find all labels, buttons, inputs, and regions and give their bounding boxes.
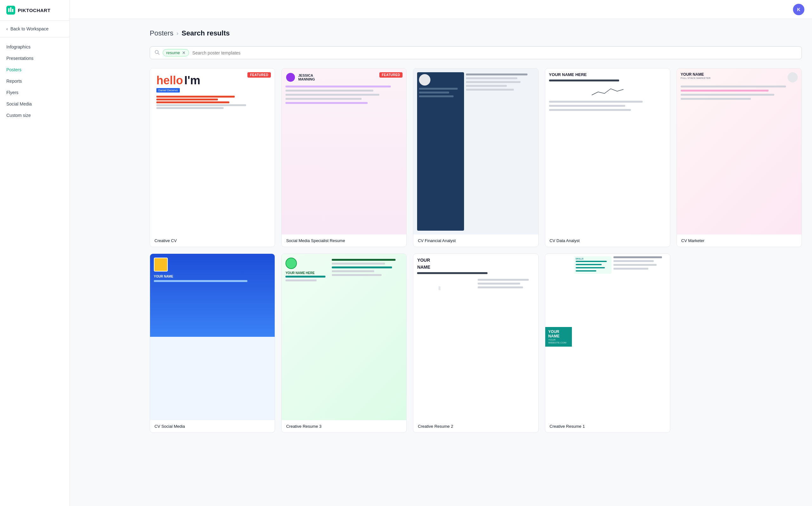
template-card-marketer[interactable]: YOUR NAME FULL STACK MARKETER CV Markete… xyxy=(677,68,802,247)
template-card-creative-cv[interactable]: FEATURED hello I'm Daniel Decervo xyxy=(150,68,275,247)
thumb-skills-label: SKILLS xyxy=(576,258,610,260)
svg-point-7 xyxy=(439,281,454,290)
thumb-avatar3 xyxy=(285,258,297,269)
topbar: K xyxy=(70,0,812,19)
content-wrapper: K Posters › Search results resume ✕ xyxy=(140,0,812,506)
thumb-content: hello I'm Daniel Decervo xyxy=(152,71,272,232)
thumb-lines xyxy=(156,96,268,110)
search-bar: resume ✕ xyxy=(150,46,802,59)
breadcrumb-separator: › xyxy=(177,30,179,37)
thumb-website: YOUR WEBSITE.COM xyxy=(548,338,569,344)
sidebar-item-flyers[interactable]: Flyers xyxy=(0,87,69,98)
breadcrumb-parent[interactable]: Posters xyxy=(150,29,174,37)
sidebar-item-social-media[interactable]: Social Media xyxy=(0,98,69,110)
thumb-name2: MANNING xyxy=(298,77,315,81)
template-thumb-creative2: YOUR NAME xyxy=(413,254,538,420)
thumb-yourname2: YOUR NAME xyxy=(681,72,710,77)
template-card-financial-analyst[interactable]: CV Financial Analyst xyxy=(413,68,538,247)
template-card-social-media-specialist[interactable]: FEATURED JESSICA MANNING xyxy=(281,68,407,247)
template-label-cvsocial: CV Social Media xyxy=(150,420,275,432)
sidebar: PIKTOCHART ‹ Back to Workspace Infograph… xyxy=(0,0,70,506)
thumb-name: JESSICA xyxy=(298,74,315,77)
template-label-creative1: Creative Resume 1 xyxy=(545,420,670,432)
avatar-circle xyxy=(285,72,295,82)
thumb-skills: SKILLS xyxy=(574,256,612,274)
thumb-gauge xyxy=(417,279,476,290)
thumb-photo xyxy=(154,258,168,271)
template-thumb-marketer: YOUR NAME FULL STACK MARKETER xyxy=(677,69,802,235)
template-thumb-creative1: YOUR NAME YOUR WEBSITE.COM SKILLS xyxy=(545,254,670,420)
svg-rect-3 xyxy=(12,9,13,12)
search-input[interactable] xyxy=(192,51,797,56)
breadcrumb-current: Search results xyxy=(182,29,230,37)
thumb-name3: YOUR NAME xyxy=(154,275,173,278)
template-thumb-financial xyxy=(413,69,538,235)
template-label-social: Social Media Specialist Resume xyxy=(282,235,406,247)
thumb-yourname5: YOUR xyxy=(417,258,430,263)
search-icon xyxy=(154,50,159,56)
thumb-chart xyxy=(549,86,666,98)
template-thumb-creative-cv: FEATURED hello I'm Daniel Decervo xyxy=(150,69,275,235)
thumb-content-2: JESSICA MANNING xyxy=(282,69,406,235)
template-card-creative2[interactable]: YOUR NAME xyxy=(413,253,538,432)
template-card-cv-social[interactable]: YOUR NAME CV Social Media xyxy=(150,253,275,432)
template-label-data: CV Data Analyst xyxy=(545,235,670,247)
template-label-creative3: Creative Resume 3 xyxy=(282,420,406,432)
sidebar-item-presentations[interactable]: Presentations xyxy=(0,53,69,64)
main-content: Posters › Search results resume ✕ FEATUR… xyxy=(140,19,812,506)
template-label-marketer: CV Marketer xyxy=(677,235,802,247)
thumb-yourname: YOUR NAME HERE xyxy=(549,72,587,77)
featured-badge-2: FEATURED xyxy=(379,72,403,78)
thumb-name-box: Daniel Decervo xyxy=(156,88,180,92)
sidebar-nav: Infographics Presentations Posters Repor… xyxy=(0,37,69,125)
svg-rect-1 xyxy=(8,8,9,12)
svg-point-6 xyxy=(439,281,454,290)
svg-line-5 xyxy=(158,53,159,55)
breadcrumb: Posters › Search results xyxy=(150,29,802,37)
thumb-content-5: YOUR NAME FULL STACK MARKETER xyxy=(677,69,802,235)
thumb-content-8: YOUR NAME xyxy=(413,254,538,420)
thumb-im: I'm xyxy=(184,75,200,86)
template-card-creative1[interactable]: YOUR NAME YOUR WEBSITE.COM SKILLS xyxy=(545,253,670,432)
template-thumb-cvsocial: YOUR NAME xyxy=(150,254,275,420)
featured-badge: FEATURED xyxy=(248,72,271,78)
template-label-financial: CV Financial Analyst xyxy=(413,235,538,247)
thumb-yourname6: YOUR NAME xyxy=(548,330,569,338)
logo-text: PIKTOCHART xyxy=(18,8,51,13)
thumb-content-4: YOUR NAME HERE xyxy=(545,69,670,235)
template-card-creative3[interactable]: YOUR NAME HERE xyxy=(281,253,407,432)
thumb-content-9: SKILLS xyxy=(572,254,670,420)
thumb-content-7: YOUR NAME HERE xyxy=(282,254,406,420)
template-label-creative2: Creative Resume 2 xyxy=(413,420,538,432)
thumb-title: FULL STACK MARKETER xyxy=(681,77,710,80)
template-card-data-analyst[interactable]: YOUR NAME HERE CV Data Analyst xyxy=(545,68,670,247)
back-to-workspace-link[interactable]: ‹ Back to Workspace xyxy=(0,21,69,37)
templates-grid: FEATURED hello I'm Daniel Decervo xyxy=(150,68,802,433)
template-label-creative-cv: Creative CV xyxy=(150,235,275,247)
thumb-hello: hello xyxy=(156,75,183,86)
search-tag-label: resume xyxy=(166,51,180,55)
avatar-dark xyxy=(419,74,430,86)
thumb-content-6: YOUR NAME xyxy=(150,254,275,420)
search-tag-resume: resume ✕ xyxy=(163,49,189,57)
sidebar-item-reports[interactable]: Reports xyxy=(0,75,69,87)
template-thumb-creative3: YOUR NAME HERE xyxy=(282,254,406,420)
thumb-experience xyxy=(613,256,667,274)
template-thumb-data: YOUR NAME HERE xyxy=(545,69,670,235)
thumb-header-teal: YOUR NAME YOUR WEBSITE.COM xyxy=(545,327,572,347)
avatar[interactable]: K xyxy=(793,4,804,15)
search-tag-remove[interactable]: ✕ xyxy=(182,51,186,55)
sidebar-item-custom-size[interactable]: Custom size xyxy=(0,110,69,121)
template-thumb-social-media: FEATURED JESSICA MANNING xyxy=(282,69,406,235)
logo: PIKTOCHART xyxy=(0,0,69,21)
sidebar-item-infographics[interactable]: Infographics xyxy=(0,41,69,53)
thumb-name5: NAME xyxy=(417,265,430,270)
svg-rect-2 xyxy=(10,7,11,12)
back-arrow-icon: ‹ xyxy=(6,26,8,31)
avatar-marketer xyxy=(788,72,798,82)
thumb-content-3 xyxy=(413,69,538,235)
piktochart-logo-icon xyxy=(6,6,15,15)
thumb-name4: YOUR NAME HERE xyxy=(285,271,330,275)
sidebar-item-posters[interactable]: Posters xyxy=(0,64,69,75)
back-to-workspace-label: Back to Workspace xyxy=(10,26,49,31)
